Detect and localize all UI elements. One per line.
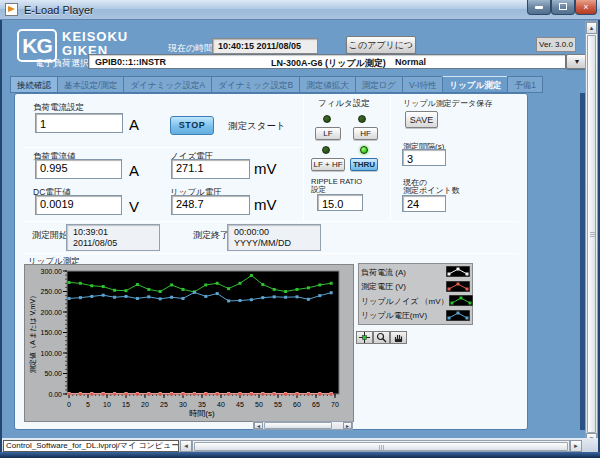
tab-measure-zoom[interactable]: 測定値拡大 (299, 76, 355, 93)
svg-text:50.00: 50.00 (44, 370, 62, 377)
selector-address: GPIB0::1::INSTR (95, 57, 166, 67)
minimize-button[interactable] (527, 0, 551, 15)
dc-voltage-value: 0.0019 (35, 195, 122, 215)
svg-text:10: 10 (103, 401, 111, 408)
legend-item[interactable]: リップル電圧(mV) (361, 309, 470, 324)
hf-button[interactable]: HF (353, 127, 378, 140)
svg-text:300.00: 300.00 (41, 268, 63, 275)
h-scroll-thumb[interactable] (194, 442, 568, 451)
tab-measure-log[interactable]: 測定ログ (355, 76, 402, 93)
scroll-up-button[interactable]: ▲ (586, 22, 597, 34)
svg-text:150.00: 150.00 (41, 329, 63, 336)
load-current-setting-input[interactable] (35, 113, 123, 133)
project-path[interactable]: Control_Software_for_DL.lvproj/マイ コンピュータ (3, 440, 179, 452)
chart-scroll-left-button[interactable]: ◄ (254, 422, 263, 429)
svg-text:35: 35 (198, 401, 206, 408)
tab-dynamic-a[interactable]: ダイナミック設定A (123, 76, 211, 93)
lf-button[interactable]: LF (315, 127, 341, 140)
selector-model: LN-300A-G6 (リップル測定) (271, 57, 386, 70)
chart-scroll-right-button[interactable]: ► (343, 422, 352, 429)
ripple-save-label: リップル測定データ保存 (403, 98, 492, 109)
scroll-up-icon: ▲ (589, 25, 595, 31)
load-selector[interactable]: GPIB0::1::INSTR LN-300A-G6 (リップル測定) Norm… (88, 54, 566, 69)
maximize-button[interactable] (551, 0, 575, 15)
chart-hscroll-thumb[interactable] (264, 422, 332, 429)
v-scroll-thumb[interactable] (587, 35, 596, 433)
measure-end-time-value: 00:00:00 YYYY/MM/DD (227, 224, 321, 251)
ripple-chart: 0.0050.00100.00150.00200.00250.00300.000… (25, 265, 353, 421)
close-icon: × (583, 2, 588, 12)
tab-dynamic-b[interactable]: ダイナミック設定B (211, 76, 299, 93)
x-axis-label: 時間(s) (189, 409, 215, 418)
titlebar[interactable]: E-Load Player × (0, 0, 600, 20)
svg-text:25: 25 (160, 401, 168, 408)
svg-text:70: 70 (331, 401, 339, 408)
scroll-right-icon: ► (345, 423, 350, 429)
separator (303, 96, 304, 220)
graph-palette (356, 331, 407, 344)
legend-label: 負荷電流 (A) (361, 267, 406, 278)
separator (24, 221, 518, 222)
svg-text:60: 60 (293, 401, 301, 408)
close-button[interactable]: × (575, 0, 597, 15)
svg-text:200.00: 200.00 (41, 309, 63, 316)
svg-text:15: 15 (122, 401, 130, 408)
tab-spare1[interactable]: 予備1 (507, 76, 543, 93)
maximize-icon (559, 3, 567, 10)
zoom-tool-button[interactable] (373, 331, 390, 344)
tab-ripple-measure[interactable]: リップル測定 (442, 76, 507, 93)
svg-text:65: 65 (312, 401, 320, 408)
legend-label: 測定電圧 (V) (361, 281, 406, 292)
measure-end-time-label: 測定終了 (193, 229, 229, 242)
h-scrollbar[interactable] (192, 440, 570, 452)
cursor-tool-button[interactable] (356, 331, 373, 344)
scroll-right-button[interactable]: ► (570, 440, 582, 452)
interval-input[interactable] (402, 149, 446, 166)
tab-vi-characteristic[interactable]: V-I特性 (402, 76, 442, 93)
thru-button[interactable]: THRU (350, 158, 378, 171)
window-border-left (0, 20, 2, 458)
load-current-value: 0.995 (35, 159, 122, 179)
about-button[interactable]: このアプリについて (346, 36, 416, 54)
chart-hscrollbar[interactable]: ◄ ► (253, 421, 353, 430)
end-date: YYYY/MM/DD (234, 238, 320, 249)
svg-text:5: 5 (86, 401, 90, 408)
scroll-left-icon: ◄ (183, 443, 189, 449)
window-title: E-Load Player (24, 4, 94, 16)
chart-panel: 0.0050.00100.00150.00200.00250.00300.000… (24, 264, 354, 422)
tab-bar: 接続確認 基本設定/測定 ダイナミック設定A ダイナミック設定B 測定値拡大 測… (10, 76, 543, 93)
crosshair-icon (359, 332, 370, 343)
y-axis-label: 測定値（A または V,mV） (29, 292, 37, 373)
legend-swatch-ripple-voltage (446, 307, 470, 325)
save-button[interactable]: SAVE (405, 111, 438, 128)
v-scrollbar[interactable]: ▲ ▼ (585, 21, 598, 446)
legend-label: リップル電圧(mV) (361, 310, 427, 321)
filter-setting-label: フィルタ設定 (318, 98, 370, 110)
stop-button[interactable]: STOP (170, 116, 214, 135)
version-badge: Ver. 3.0.0 (536, 37, 576, 52)
chart-legend: 負荷電流 (A) 測定電圧 (V) リップルノイズ （mV） リップル電圧(mV… (358, 263, 473, 325)
load-selector-label: 電子負荷選択 (35, 57, 89, 70)
minimize-icon (535, 6, 543, 9)
thumb-grip (379, 445, 384, 450)
magnifier-icon (376, 332, 387, 343)
lfhf-button[interactable]: LF + HF (311, 158, 345, 171)
separator (24, 147, 302, 148)
window-border-bottom (0, 452, 600, 458)
noise-voltage-unit: mV (254, 160, 277, 177)
scroll-left-button[interactable]: ◄ (180, 440, 192, 452)
app-icon (5, 3, 18, 16)
ripple-voltage-unit: mV (254, 196, 277, 213)
svg-text:30: 30 (179, 401, 187, 408)
ripple-ratio-input[interactable] (317, 194, 363, 211)
svg-text:0.00: 0.00 (48, 391, 62, 398)
svg-text:0: 0 (67, 401, 71, 408)
clock-value: 10:40:15 2011/08/05 (212, 38, 318, 54)
tab-basic-setting[interactable]: 基本設定/測定 (57, 76, 123, 93)
load-current-setting-unit: A (129, 116, 139, 133)
svg-text:100.00: 100.00 (41, 350, 63, 357)
chevron-down-icon: ▼ (574, 58, 581, 65)
pan-tool-button[interactable] (390, 331, 407, 344)
tab-connection-check[interactable]: 接続確認 (10, 76, 57, 93)
lf-led (323, 115, 331, 123)
